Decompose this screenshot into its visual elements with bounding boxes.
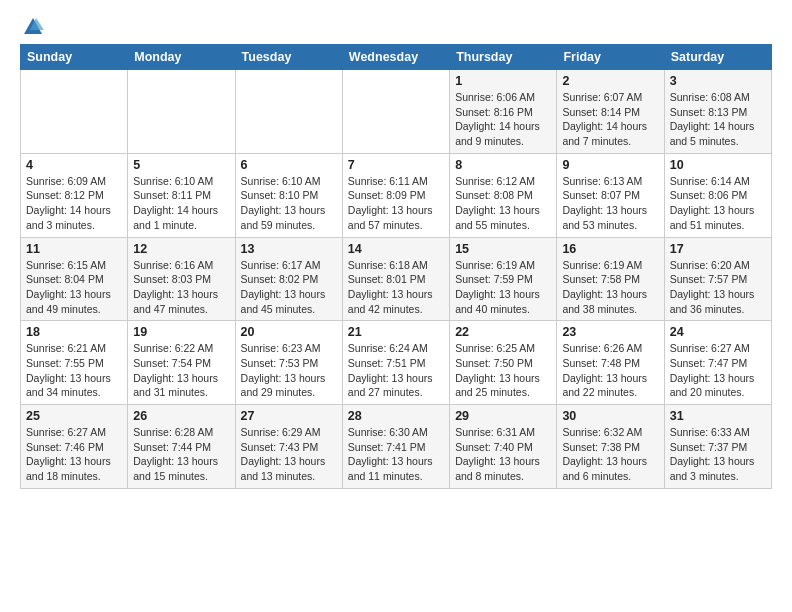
day-info: Sunrise: 6:21 AM Sunset: 7:55 PM Dayligh…	[26, 341, 122, 400]
calendar-cell: 22Sunrise: 6:25 AM Sunset: 7:50 PM Dayli…	[450, 321, 557, 405]
day-info: Sunrise: 6:24 AM Sunset: 7:51 PM Dayligh…	[348, 341, 444, 400]
calendar-week-4: 18Sunrise: 6:21 AM Sunset: 7:55 PM Dayli…	[21, 321, 772, 405]
weekday-header-monday: Monday	[128, 45, 235, 70]
calendar-cell: 15Sunrise: 6:19 AM Sunset: 7:59 PM Dayli…	[450, 237, 557, 321]
day-info: Sunrise: 6:10 AM Sunset: 8:10 PM Dayligh…	[241, 174, 337, 233]
calendar: SundayMondayTuesdayWednesdayThursdayFrid…	[20, 44, 772, 489]
day-number: 23	[562, 325, 658, 339]
calendar-cell: 17Sunrise: 6:20 AM Sunset: 7:57 PM Dayli…	[664, 237, 771, 321]
calendar-cell: 1Sunrise: 6:06 AM Sunset: 8:16 PM Daylig…	[450, 70, 557, 154]
calendar-cell: 10Sunrise: 6:14 AM Sunset: 8:06 PM Dayli…	[664, 153, 771, 237]
day-number: 22	[455, 325, 551, 339]
calendar-cell	[342, 70, 449, 154]
day-info: Sunrise: 6:22 AM Sunset: 7:54 PM Dayligh…	[133, 341, 229, 400]
day-info: Sunrise: 6:31 AM Sunset: 7:40 PM Dayligh…	[455, 425, 551, 484]
calendar-cell: 13Sunrise: 6:17 AM Sunset: 8:02 PM Dayli…	[235, 237, 342, 321]
day-number: 6	[241, 158, 337, 172]
logo	[20, 16, 44, 38]
day-info: Sunrise: 6:26 AM Sunset: 7:48 PM Dayligh…	[562, 341, 658, 400]
day-number: 25	[26, 409, 122, 423]
day-number: 29	[455, 409, 551, 423]
day-number: 7	[348, 158, 444, 172]
calendar-cell: 26Sunrise: 6:28 AM Sunset: 7:44 PM Dayli…	[128, 405, 235, 489]
calendar-cell	[235, 70, 342, 154]
weekday-header-saturday: Saturday	[664, 45, 771, 70]
day-number: 4	[26, 158, 122, 172]
day-info: Sunrise: 6:27 AM Sunset: 7:46 PM Dayligh…	[26, 425, 122, 484]
day-number: 3	[670, 74, 766, 88]
day-info: Sunrise: 6:18 AM Sunset: 8:01 PM Dayligh…	[348, 258, 444, 317]
day-info: Sunrise: 6:20 AM Sunset: 7:57 PM Dayligh…	[670, 258, 766, 317]
day-number: 26	[133, 409, 229, 423]
day-number: 28	[348, 409, 444, 423]
day-number: 16	[562, 242, 658, 256]
calendar-cell: 19Sunrise: 6:22 AM Sunset: 7:54 PM Dayli…	[128, 321, 235, 405]
day-number: 8	[455, 158, 551, 172]
calendar-week-2: 4Sunrise: 6:09 AM Sunset: 8:12 PM Daylig…	[21, 153, 772, 237]
day-info: Sunrise: 6:17 AM Sunset: 8:02 PM Dayligh…	[241, 258, 337, 317]
calendar-cell: 7Sunrise: 6:11 AM Sunset: 8:09 PM Daylig…	[342, 153, 449, 237]
day-number: 9	[562, 158, 658, 172]
day-number: 11	[26, 242, 122, 256]
calendar-cell: 24Sunrise: 6:27 AM Sunset: 7:47 PM Dayli…	[664, 321, 771, 405]
day-number: 13	[241, 242, 337, 256]
calendar-cell: 6Sunrise: 6:10 AM Sunset: 8:10 PM Daylig…	[235, 153, 342, 237]
day-number: 10	[670, 158, 766, 172]
day-info: Sunrise: 6:10 AM Sunset: 8:11 PM Dayligh…	[133, 174, 229, 233]
header	[20, 16, 772, 38]
day-info: Sunrise: 6:11 AM Sunset: 8:09 PM Dayligh…	[348, 174, 444, 233]
weekday-header-thursday: Thursday	[450, 45, 557, 70]
calendar-cell: 14Sunrise: 6:18 AM Sunset: 8:01 PM Dayli…	[342, 237, 449, 321]
day-number: 17	[670, 242, 766, 256]
logo-icon	[22, 16, 44, 38]
day-number: 21	[348, 325, 444, 339]
day-info: Sunrise: 6:16 AM Sunset: 8:03 PM Dayligh…	[133, 258, 229, 317]
calendar-cell: 29Sunrise: 6:31 AM Sunset: 7:40 PM Dayli…	[450, 405, 557, 489]
calendar-week-5: 25Sunrise: 6:27 AM Sunset: 7:46 PM Dayli…	[21, 405, 772, 489]
calendar-cell: 5Sunrise: 6:10 AM Sunset: 8:11 PM Daylig…	[128, 153, 235, 237]
calendar-week-3: 11Sunrise: 6:15 AM Sunset: 8:04 PM Dayli…	[21, 237, 772, 321]
calendar-cell: 11Sunrise: 6:15 AM Sunset: 8:04 PM Dayli…	[21, 237, 128, 321]
calendar-cell: 30Sunrise: 6:32 AM Sunset: 7:38 PM Dayli…	[557, 405, 664, 489]
calendar-cell: 8Sunrise: 6:12 AM Sunset: 8:08 PM Daylig…	[450, 153, 557, 237]
weekday-header-wednesday: Wednesday	[342, 45, 449, 70]
calendar-cell: 9Sunrise: 6:13 AM Sunset: 8:07 PM Daylig…	[557, 153, 664, 237]
calendar-week-1: 1Sunrise: 6:06 AM Sunset: 8:16 PM Daylig…	[21, 70, 772, 154]
calendar-cell: 2Sunrise: 6:07 AM Sunset: 8:14 PM Daylig…	[557, 70, 664, 154]
day-number: 19	[133, 325, 229, 339]
day-number: 31	[670, 409, 766, 423]
day-info: Sunrise: 6:28 AM Sunset: 7:44 PM Dayligh…	[133, 425, 229, 484]
day-number: 15	[455, 242, 551, 256]
day-info: Sunrise: 6:06 AM Sunset: 8:16 PM Dayligh…	[455, 90, 551, 149]
day-number: 30	[562, 409, 658, 423]
calendar-cell: 31Sunrise: 6:33 AM Sunset: 7:37 PM Dayli…	[664, 405, 771, 489]
weekday-header-friday: Friday	[557, 45, 664, 70]
calendar-cell: 4Sunrise: 6:09 AM Sunset: 8:12 PM Daylig…	[21, 153, 128, 237]
weekday-header-sunday: Sunday	[21, 45, 128, 70]
day-info: Sunrise: 6:25 AM Sunset: 7:50 PM Dayligh…	[455, 341, 551, 400]
day-info: Sunrise: 6:14 AM Sunset: 8:06 PM Dayligh…	[670, 174, 766, 233]
calendar-cell: 27Sunrise: 6:29 AM Sunset: 7:43 PM Dayli…	[235, 405, 342, 489]
calendar-cell: 20Sunrise: 6:23 AM Sunset: 7:53 PM Dayli…	[235, 321, 342, 405]
weekday-header-tuesday: Tuesday	[235, 45, 342, 70]
calendar-cell: 25Sunrise: 6:27 AM Sunset: 7:46 PM Dayli…	[21, 405, 128, 489]
day-number: 14	[348, 242, 444, 256]
day-number: 18	[26, 325, 122, 339]
day-info: Sunrise: 6:15 AM Sunset: 8:04 PM Dayligh…	[26, 258, 122, 317]
day-info: Sunrise: 6:07 AM Sunset: 8:14 PM Dayligh…	[562, 90, 658, 149]
day-info: Sunrise: 6:30 AM Sunset: 7:41 PM Dayligh…	[348, 425, 444, 484]
day-info: Sunrise: 6:29 AM Sunset: 7:43 PM Dayligh…	[241, 425, 337, 484]
day-info: Sunrise: 6:13 AM Sunset: 8:07 PM Dayligh…	[562, 174, 658, 233]
calendar-cell: 28Sunrise: 6:30 AM Sunset: 7:41 PM Dayli…	[342, 405, 449, 489]
day-info: Sunrise: 6:12 AM Sunset: 8:08 PM Dayligh…	[455, 174, 551, 233]
day-number: 12	[133, 242, 229, 256]
day-number: 24	[670, 325, 766, 339]
calendar-cell: 12Sunrise: 6:16 AM Sunset: 8:03 PM Dayli…	[128, 237, 235, 321]
calendar-cell	[21, 70, 128, 154]
calendar-cell: 23Sunrise: 6:26 AM Sunset: 7:48 PM Dayli…	[557, 321, 664, 405]
calendar-cell	[128, 70, 235, 154]
day-info: Sunrise: 6:09 AM Sunset: 8:12 PM Dayligh…	[26, 174, 122, 233]
day-info: Sunrise: 6:19 AM Sunset: 7:58 PM Dayligh…	[562, 258, 658, 317]
day-info: Sunrise: 6:27 AM Sunset: 7:47 PM Dayligh…	[670, 341, 766, 400]
day-number: 2	[562, 74, 658, 88]
